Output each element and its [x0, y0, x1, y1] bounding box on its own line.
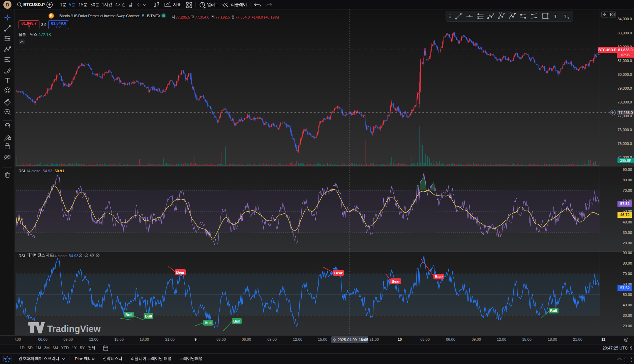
- svg-text:Bull: Bull: [125, 313, 132, 317]
- svg-text:Bear: Bear: [176, 270, 185, 274]
- svg-text:Bear: Bear: [392, 279, 400, 283]
- svg-text:Bull: Bull: [205, 321, 212, 325]
- svg-text:Bull: Bull: [550, 309, 557, 313]
- svg-text:Bull: Bull: [233, 319, 240, 323]
- svg-text:Bull: Bull: [145, 314, 152, 318]
- svg-text:Bear: Bear: [435, 275, 443, 279]
- svg-text:TradingView: TradingView: [47, 324, 101, 334]
- svg-text:Bear: Bear: [334, 271, 343, 275]
